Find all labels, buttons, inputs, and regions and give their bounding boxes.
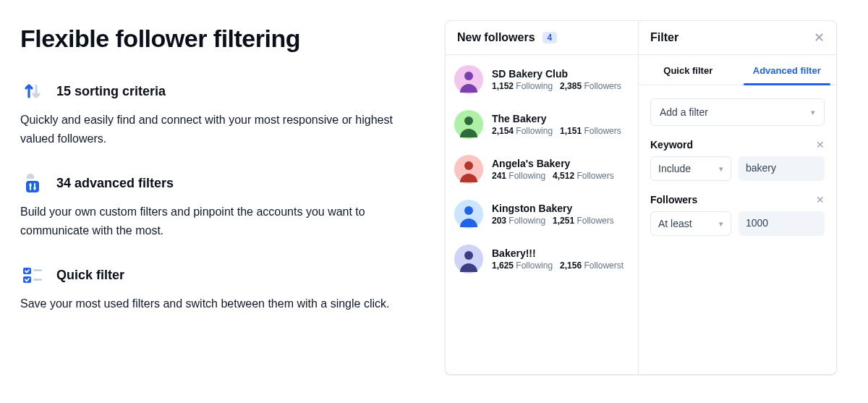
remove-keyword-icon[interactable]: ✕ — [816, 139, 825, 150]
svg-point-1 — [29, 184, 32, 187]
avatar — [454, 200, 483, 229]
chevron-down-icon: ▾ — [719, 164, 723, 174]
feature-sorting-desc: Quickly and easily find and connect with… — [20, 111, 404, 148]
follower-name: The Bakery — [492, 113, 621, 124]
follower-stats: 1,152 Following2,385 Followers — [492, 81, 621, 91]
followers-count-badge: 4 — [542, 32, 558, 43]
tab-quick-filter[interactable]: Quick filter — [639, 55, 738, 85]
svg-rect-0 — [26, 181, 39, 192]
keyword-label: Keyword — [650, 139, 693, 150]
svg-rect-3 — [23, 268, 31, 274]
followers-list: SD Bakery Club1,152 Following2,385 Follo… — [446, 55, 638, 273]
follower-row[interactable]: Bakery!!!1,625 Following2,156 Followerst — [454, 245, 629, 273]
svg-point-10 — [464, 206, 473, 215]
keyword-mode-value: Include — [658, 163, 691, 174]
checklist-icon — [20, 263, 45, 287]
add-filter-label: Add a filter — [660, 106, 708, 118]
sliders-icon — [20, 171, 45, 195]
follower-row[interactable]: The Bakery2,154 Following1,151 Followers — [454, 110, 629, 139]
follower-stats: 1,625 Following2,156 Followerst — [492, 260, 624, 271]
follower-stats: 241 Following4,512 Followers — [492, 171, 614, 181]
follower-row[interactable]: Angela's Bakery241 Following4,512 Follow… — [454, 155, 629, 184]
filter-group-followers: Followers ✕ At least ▾ 1000 — [650, 194, 825, 236]
follower-row[interactable]: SD Bakery Club1,152 Following2,385 Follo… — [454, 65, 629, 94]
svg-point-8 — [464, 116, 473, 125]
followers-mode-select[interactable]: At least ▾ — [650, 211, 731, 236]
filter-panel: Filter ✕ Quick filter Advanced filter Ad… — [639, 20, 837, 375]
feature-sorting: 15 sorting criteria Quickly and easily f… — [20, 79, 422, 148]
add-filter-select[interactable]: Add a filter ▾ — [650, 98, 825, 126]
page-title: Flexible follower filtering — [20, 25, 422, 53]
feature-quick-title: Quick filter — [56, 268, 124, 283]
keyword-value-input[interactable]: bakery — [739, 156, 825, 181]
follower-stats: 203 Following1,251 Followers — [492, 216, 614, 226]
feature-sorting-title: 15 sorting criteria — [56, 84, 166, 99]
feature-quick-desc: Save your most used filters and switch b… — [20, 294, 404, 313]
follower-name: Kingston Bakery — [492, 203, 614, 214]
avatar — [454, 110, 483, 139]
avatar — [454, 65, 483, 94]
close-icon[interactable]: ✕ — [814, 31, 825, 44]
sort-arrows-icon — [20, 79, 45, 103]
followers-panel-title: New followers — [457, 31, 535, 44]
follower-row[interactable]: Kingston Bakery203 Following1,251 Follow… — [454, 200, 629, 229]
followers-panel: New followers 4 SD Bakery Club1,152 Foll… — [445, 20, 639, 375]
svg-point-11 — [464, 251, 473, 260]
followers-label: Followers — [650, 194, 697, 205]
followers-value-input[interactable]: 1000 — [739, 211, 825, 236]
followers-mode-value: At least — [658, 218, 692, 229]
svg-point-2 — [33, 187, 36, 190]
filter-panel-title: Filter — [650, 31, 678, 44]
follower-name: Angela's Bakery — [492, 158, 614, 169]
follower-stats: 2,154 Following1,151 Followers — [492, 126, 621, 136]
keyword-mode-select[interactable]: Include ▾ — [650, 156, 731, 181]
feature-quick-filter: Quick filter Save your most used filters… — [20, 263, 422, 313]
feature-advanced-title: 34 advanced filters — [56, 176, 174, 191]
svg-point-9 — [464, 161, 473, 170]
remove-followers-icon[interactable]: ✕ — [816, 194, 825, 205]
filter-group-keyword: Keyword ✕ Include ▾ bakery — [650, 139, 825, 181]
svg-rect-4 — [23, 276, 31, 283]
avatar — [454, 245, 483, 273]
avatar — [454, 155, 483, 184]
follower-name: SD Bakery Club — [492, 68, 621, 80]
tab-advanced-filter[interactable]: Advanced filter — [738, 55, 837, 85]
follower-name: Bakery!!! — [492, 247, 624, 259]
feature-advanced-desc: Build your own custom filters and pinpoi… — [20, 203, 404, 239]
chevron-down-icon: ▾ — [719, 219, 723, 229]
svg-rect-6 — [33, 279, 42, 281]
svg-rect-5 — [33, 269, 42, 271]
svg-point-7 — [464, 72, 473, 80]
chevron-down-icon: ▾ — [811, 108, 815, 117]
feature-advanced-filters: 34 advanced filters Build your own custo… — [20, 171, 422, 239]
